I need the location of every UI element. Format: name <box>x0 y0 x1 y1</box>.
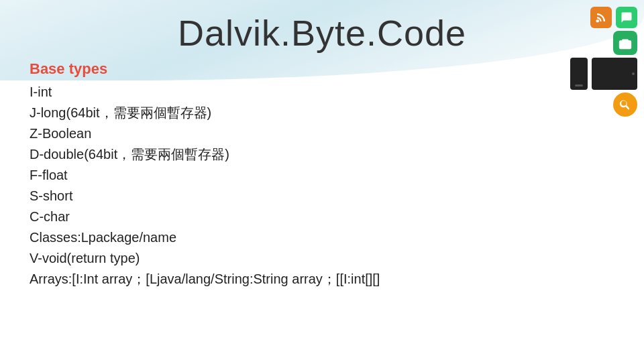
svg-point-0 <box>596 19 600 23</box>
camera-icon <box>613 31 637 55</box>
devices-row <box>570 58 637 90</box>
tablet-shape <box>592 58 637 90</box>
title-area: Dalvik.Byte.Code <box>0 12 644 54</box>
list-item: Arrays:[I:Int array；[Ljava/lang/String:S… <box>30 269 380 290</box>
rss-icon <box>590 7 612 28</box>
page-title: Dalvik.Byte.Code <box>0 12 644 54</box>
search-icon <box>613 93 637 117</box>
content-area: Base types I-int J-long(64bit，需要兩個暫存器) Z… <box>30 60 380 290</box>
search-icon-row <box>613 93 637 117</box>
top-icon-row <box>590 7 637 28</box>
list-item: J-long(64bit，需要兩個暫存器) <box>30 103 380 123</box>
chat-icon <box>616 7 637 28</box>
base-types-heading: Base types <box>30 60 380 78</box>
phone-shape <box>570 58 588 90</box>
list-item: Classes:Lpackage/name <box>30 227 380 248</box>
list-item: Z-Boolean <box>30 123 380 144</box>
list-item: I-int <box>30 82 380 103</box>
middle-icon-row <box>613 31 637 55</box>
list-item: V-void(return type) <box>30 248 380 269</box>
content-list: I-int J-long(64bit，需要兩個暫存器) Z-Boolean D-… <box>30 82 380 290</box>
list-item: D-double(64bit，需要兩個暫存器) <box>30 144 380 165</box>
list-item: F-float <box>30 165 380 186</box>
list-item: S-short <box>30 186 380 206</box>
icons-area <box>570 7 637 117</box>
list-item: C-char <box>30 206 380 227</box>
